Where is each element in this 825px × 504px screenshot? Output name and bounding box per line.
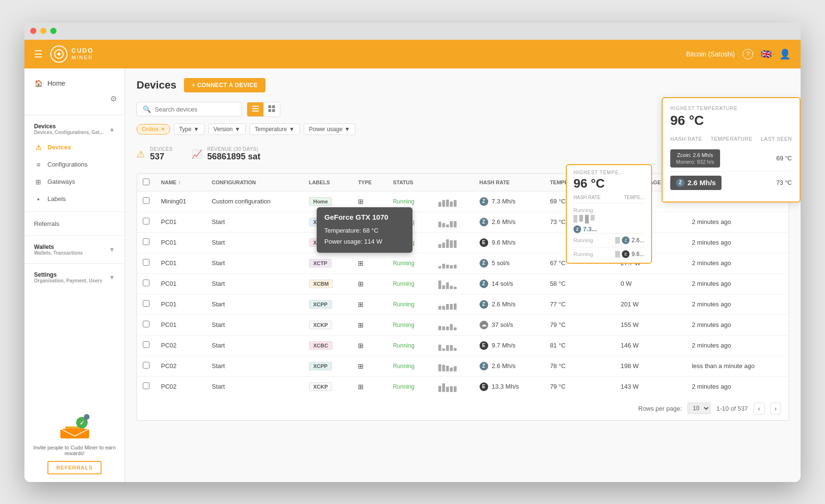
minimize-btn[interactable]: [40, 28, 46, 34]
os-icon: ⊞: [358, 259, 364, 267]
table-row[interactable]: PC01 Start XCBC ⊞ Running E 9.6 Mh/s 2: [137, 232, 789, 253]
col-labels[interactable]: Labels: [303, 174, 353, 191]
row-checkbox[interactable]: [143, 259, 149, 266]
sidebar-item-labels[interactable]: ▪ Labels: [24, 190, 125, 208]
row-checkbox[interactable]: [143, 197, 149, 204]
cell-graph: [433, 314, 474, 335]
referral-invite-text: Invite people to Cudo Miner to earn rewa…: [32, 445, 117, 456]
table-row[interactable]: PC01 Start XCFG ⊞ Running Z 2.6 Mh/s 73 …: [137, 212, 789, 232]
row-checkbox[interactable]: [143, 362, 149, 369]
next-page-button[interactable]: ›: [770, 403, 781, 414]
cell-hashrate: Z 2.6 Mh/s: [474, 212, 544, 232]
row-checkbox[interactable]: [143, 300, 149, 307]
close-btn[interactable]: [30, 28, 36, 34]
search-box[interactable]: 🔍: [137, 102, 242, 116]
table-row[interactable]: PC02 Start XCKP ⊞ Running E 13.3 Mh/s 79…: [137, 376, 789, 397]
maximize-btn[interactable]: [50, 28, 57, 34]
hamburger-icon[interactable]: ☰: [34, 48, 43, 60]
cell-power: 143 W: [615, 376, 686, 397]
table-row[interactable]: PC01 Start XCKP ⊞ Running ☁ 37 sol/s 79 …: [137, 314, 789, 335]
cell-power: 146 W: [615, 335, 686, 356]
cell-graph: [433, 232, 474, 253]
user-icon[interactable]: 👤: [779, 48, 791, 60]
row-checkbox[interactable]: [143, 280, 149, 286]
help-icon[interactable]: ?: [743, 49, 753, 59]
cell-hashrate: Z 7.3 Mh/s: [474, 191, 544, 212]
settings-icon[interactable]: ⚙: [110, 94, 117, 103]
type-chevron-icon: ▼: [194, 126, 199, 133]
online-filter-chip[interactable]: Online ×: [137, 124, 170, 134]
list-view-button[interactable]: [247, 102, 264, 116]
cell-temp: 77 °C: [544, 294, 615, 314]
referrals-button[interactable]: REFERRALS: [47, 461, 101, 474]
sidebar-item-devices[interactable]: ⚠ Devices: [24, 139, 125, 156]
label-icon: ▪: [34, 195, 43, 203]
cell-hashrate: Z 14 sol/s: [474, 273, 544, 294]
sidebar-item-configurations[interactable]: ≡ Configurations: [24, 156, 125, 173]
row-checkbox[interactable]: [143, 218, 149, 224]
cell-type: ⊞: [352, 294, 387, 314]
row-checkbox[interactable]: [143, 238, 149, 245]
cell-lastseen: 2 minutes ago: [686, 294, 789, 314]
highest-temp-panel-left: HIGHEST TEMPE... 96 °C Hash rate Tempe..…: [566, 164, 652, 264]
sidebar-item-home[interactable]: 🏠 Home: [24, 74, 125, 92]
table-row[interactable]: PC01 Start XCTP ⊞ Running Z 5 sol/s 67 °…: [137, 253, 789, 273]
search-input[interactable]: [155, 106, 236, 113]
currency-label[interactable]: Bitcoin (Satoshi): [686, 50, 735, 58]
row-checkbox[interactable]: [143, 341, 149, 348]
logo-cudo: CUDO: [71, 47, 93, 54]
right-panel-row1-temp: 69 °C: [776, 155, 792, 162]
connect-device-button[interactable]: + CONNECT A DEVICE: [184, 78, 265, 92]
cell-power: 198 W: [615, 356, 686, 376]
cell-type: ⊞: [352, 376, 387, 397]
cell-name: PC01: [155, 253, 206, 273]
collapse-icon[interactable]: ▲: [109, 125, 115, 133]
wallets-expand-icon[interactable]: ▼: [109, 246, 115, 253]
sidebar-item-referrals[interactable]: Referrals: [24, 216, 125, 232]
table-row[interactable]: PC02 Start XCPP ⊞ Running Z 2.6 Mh/s 78 …: [137, 356, 789, 376]
col-name[interactable]: Name ↑: [155, 174, 206, 191]
flag-icon[interactable]: 🇬🇧: [761, 49, 771, 59]
col-hashrate[interactable]: Hash rate: [474, 174, 544, 191]
right-panel-temp: 96 °C: [670, 113, 792, 128]
hash-col-left: Hash rate: [573, 195, 601, 200]
temperature-filter[interactable]: Temperature ▼: [250, 123, 300, 135]
power-filter[interactable]: Power usage ▼: [304, 123, 355, 135]
col-config[interactable]: Configuration: [206, 174, 303, 191]
table-row[interactable]: PC01 Start XCPP ⊞ Running Z 2.6 Mh/s 77 …: [137, 294, 789, 314]
sidebar-item-gateways[interactable]: ⊞ Gateways: [24, 173, 125, 190]
select-all-checkbox[interactable]: [143, 179, 149, 185]
table-row[interactable]: PC01 Start XCBM ⊞ Running Z 14 sol/s 58 …: [137, 273, 789, 294]
panel-row-2: Running Z 2.6...: [573, 233, 644, 247]
rows-per-page-label: Rows per page:: [638, 405, 682, 412]
highest-temp-label-left: HIGHEST TEMPE...: [573, 170, 644, 175]
col-type[interactable]: Type: [352, 174, 387, 191]
cell-name: PC02: [155, 376, 206, 397]
cell-config: Custom configuration: [206, 191, 303, 212]
rows-per-page-select[interactable]: 10 25 50: [688, 403, 710, 414]
version-filter[interactable]: Version ▼: [208, 123, 246, 135]
os-icon: ⊞: [358, 321, 364, 329]
row-checkbox[interactable]: [143, 321, 149, 327]
main-content: Devices + CONNECT A DEVICE 🔍: [125, 68, 801, 482]
col-graph: [433, 174, 474, 191]
panel-row-1: Running Z 7.3...: [573, 203, 644, 233]
remove-online-filter[interactable]: ×: [161, 126, 165, 133]
row-checkbox[interactable]: [143, 382, 149, 389]
revenue-stat: 📈 REVENUE (30 DAYS) 56861895 sat: [192, 146, 260, 162]
cell-name: PC02: [155, 335, 206, 356]
cell-type: ⊞: [352, 273, 387, 294]
cell-hashrate: Z 2.6 Mh/s: [474, 356, 544, 376]
prev-page-button[interactable]: ‹: [754, 403, 764, 414]
warning-icon: ⚠: [34, 143, 43, 152]
type-filter[interactable]: Type ▼: [174, 123, 205, 135]
col-status[interactable]: Status: [387, 174, 433, 191]
cell-name: PC01: [155, 232, 206, 253]
cell-type: ⊞: [352, 314, 387, 335]
cell-graph: [433, 253, 474, 273]
settings-expand-icon[interactable]: ▼: [109, 274, 115, 281]
grid-view-button[interactable]: [264, 102, 280, 116]
cell-temp: 79 °C: [544, 376, 615, 397]
table-row[interactable]: PC02 Start XCBC ⊞ Running E 9.7 Mh/s 81 …: [137, 335, 789, 356]
os-icon: ⊞: [358, 362, 364, 370]
